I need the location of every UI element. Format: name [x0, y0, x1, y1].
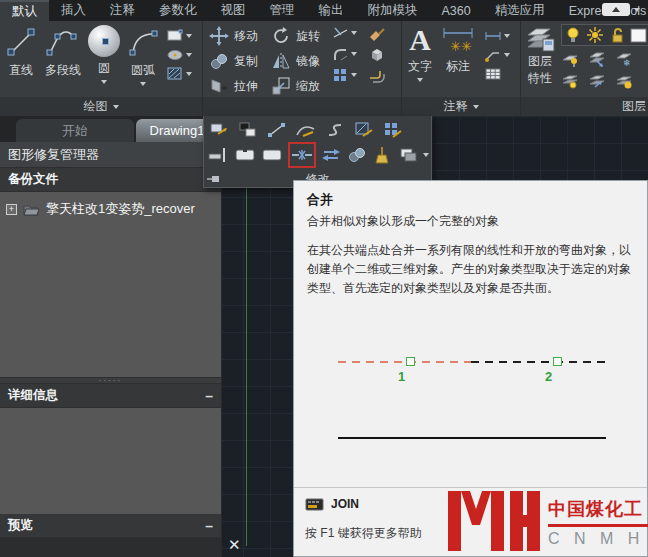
tab-parametric[interactable]: 参数化	[147, 0, 209, 21]
join-button-highlight[interactable]	[288, 142, 316, 168]
join-icon[interactable]	[290, 144, 314, 166]
dimension-button[interactable]: ✳✳ 标注	[440, 25, 476, 82]
rotate-icon	[271, 26, 291, 46]
file-tab-start[interactable]: 开始	[16, 119, 134, 142]
text-icon: A	[409, 25, 431, 55]
chevron-down-icon[interactable]	[140, 82, 146, 86]
tooltip-title: 合并	[307, 191, 333, 209]
layer-properties-label-1: 图层	[528, 53, 552, 70]
copy-nested-icon[interactable]	[347, 144, 368, 166]
layer-properties-icon	[525, 25, 555, 53]
arc-button[interactable]: 圆弧	[126, 25, 160, 86]
chevron-down-icon[interactable]	[423, 153, 429, 157]
polyline-icon	[44, 25, 82, 59]
text-button[interactable]: A 文字	[408, 25, 432, 82]
array-icon[interactable]	[331, 67, 349, 83]
layer-off-icon[interactable]	[561, 74, 579, 90]
backup-file-item[interactable]: + 擎天柱改1变姿势_recover	[6, 200, 215, 218]
break-gap-icon[interactable]	[261, 144, 283, 166]
line-button[interactable]: 直线	[4, 25, 38, 86]
chevron-down-icon[interactable]	[504, 34, 510, 38]
panel-annotate: A 文字 ✳✳ 标注 注释	[402, 21, 520, 97]
tab-annotate[interactable]: 注释	[98, 0, 147, 21]
break-at-point-icon[interactable]	[207, 144, 229, 166]
leader-icon[interactable]	[484, 47, 502, 63]
tooltip-help-text: 按 F1 键获得更多帮助	[305, 525, 422, 542]
fillet-icon[interactable]	[331, 46, 349, 62]
panel-annotate-label: 注释	[444, 98, 468, 115]
preview-collapse-button[interactable]: –	[205, 521, 213, 531]
rotate-button[interactable]: 旋转	[271, 24, 329, 48]
backup-files-header[interactable]: 备份文件	[0, 168, 221, 192]
tree-expand-icon[interactable]: +	[6, 204, 17, 215]
preview-header[interactable]: 预览 –	[0, 514, 221, 538]
tab-featured-apps[interactable]: 精选应用	[483, 0, 557, 21]
chevron-down-icon[interactable]	[186, 72, 192, 76]
change-space-icon[interactable]	[236, 119, 260, 141]
layer-isolate-icon[interactable]	[561, 51, 579, 67]
tab-manage[interactable]: 管理	[258, 0, 307, 21]
circle-button[interactable]: 圆	[88, 25, 120, 86]
copy-button[interactable]: 复制	[209, 49, 267, 73]
tab-a360[interactable]: A360	[430, 0, 483, 21]
tab-addins[interactable]: 附加模块	[356, 0, 430, 21]
explode-icon[interactable]	[368, 46, 386, 62]
tab-view[interactable]: 视图	[209, 0, 258, 21]
draw-order-icon[interactable]	[398, 144, 419, 166]
polyline-button[interactable]: 多段线	[44, 25, 82, 86]
layer-freeze-icon[interactable]: ❄	[615, 51, 633, 67]
layer-properties-label-2: 特性	[528, 70, 552, 87]
layer-unisolate-icon[interactable]	[588, 51, 606, 67]
erase-icon[interactable]	[368, 25, 386, 41]
chevron-down-icon[interactable]	[417, 78, 423, 82]
panel-layers-footer[interactable]: 图层	[521, 97, 648, 116]
tab-insert[interactable]: 插入	[49, 0, 98, 21]
chevron-down-icon[interactable]	[351, 52, 357, 56]
set-bylayer-icon[interactable]	[207, 119, 231, 141]
tab-default[interactable]: 默认	[0, 0, 49, 21]
details-header[interactable]: 详细信息 –	[0, 384, 221, 408]
ellipse-icon[interactable]	[166, 47, 184, 63]
tab-output[interactable]: 输出	[307, 0, 356, 21]
break-icon[interactable]	[234, 144, 256, 166]
layer-match-icon[interactable]	[588, 74, 606, 90]
layer-properties-button[interactable]: 图层 特性	[525, 25, 555, 87]
move-button[interactable]: 移动	[209, 24, 267, 48]
linear-dim-icon[interactable]	[484, 28, 502, 44]
offset-icon[interactable]	[368, 67, 386, 83]
panel-annotate-footer[interactable]: 注释	[402, 97, 520, 116]
layer-color-swatch[interactable]	[630, 27, 647, 43]
edit-polyline-icon[interactable]	[294, 119, 318, 141]
layer-on-bulb-icon[interactable]	[565, 27, 582, 43]
layer-sun-icon[interactable]	[587, 27, 604, 43]
collapse-ribbon-icon[interactable]	[602, 3, 630, 16]
rectangle-icon[interactable]	[166, 28, 184, 44]
panel-draw-footer[interactable]: 绘图	[0, 97, 202, 116]
folder-open-icon	[23, 203, 40, 216]
lengthen-icon[interactable]	[265, 119, 289, 141]
panel-splitter[interactable]: ·····	[0, 377, 221, 384]
reverse-icon[interactable]	[321, 144, 342, 166]
hatch-icon[interactable]	[166, 66, 184, 82]
edit-hatch-icon[interactable]	[352, 119, 376, 141]
chevron-down-icon[interactable]	[351, 31, 357, 35]
edit-spline-icon[interactable]	[323, 119, 347, 141]
chevron-down-icon[interactable]	[186, 34, 192, 38]
chevron-down-icon[interactable]	[101, 80, 107, 84]
details-collapse-button[interactable]: –	[205, 391, 213, 401]
scale-button[interactable]: 缩放	[271, 74, 329, 98]
trim-icon[interactable]	[331, 25, 349, 41]
stretch-button[interactable]: 拉伸	[209, 74, 267, 98]
chevron-down-icon[interactable]	[504, 53, 510, 57]
panel-draw-label: 绘图	[84, 98, 108, 115]
ribbon-collapse-control[interactable]	[602, 3, 640, 16]
chevron-down-icon[interactable]	[186, 53, 192, 57]
table-icon[interactable]	[484, 66, 502, 82]
edit-array-icon[interactable]	[381, 119, 405, 141]
mirror-button[interactable]: 镜像	[271, 49, 329, 73]
overkill-broom-icon[interactable]	[372, 144, 393, 166]
chevron-down-icon[interactable]	[634, 8, 640, 12]
chevron-down-icon[interactable]	[351, 73, 357, 77]
layer-unlock-icon[interactable]	[608, 27, 625, 43]
layer-thaw-icon[interactable]	[615, 74, 633, 90]
